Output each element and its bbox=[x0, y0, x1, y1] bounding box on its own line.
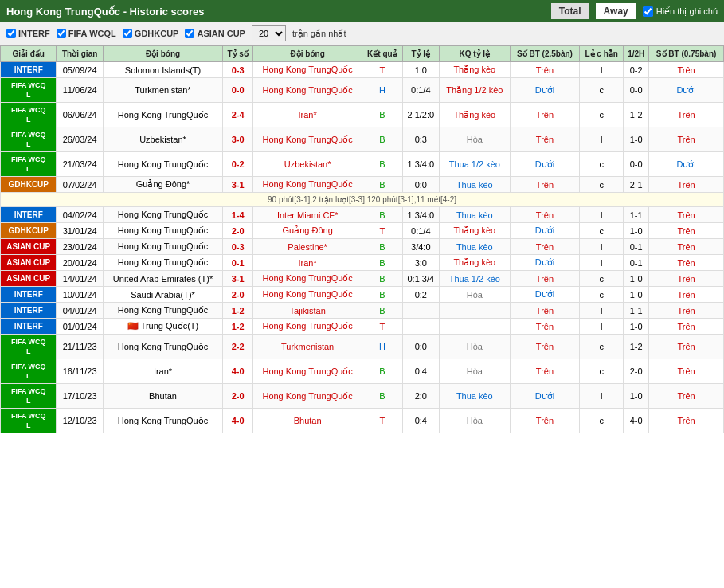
half-cell: 1-2 bbox=[624, 335, 649, 359]
half-cell: 1-0 bbox=[624, 127, 649, 152]
filter-gdhk: GDHKCUP bbox=[123, 29, 179, 38]
tyle-cell bbox=[402, 303, 439, 319]
team2-cell: Hong Kong TrungQuốc bbox=[253, 271, 362, 287]
team1-cell: Hong Kong TrungQuốc bbox=[103, 409, 222, 433]
filter-gdhk-checkbox[interactable] bbox=[123, 29, 132, 38]
filter-asian-label: ASIAN CUP bbox=[197, 29, 245, 38]
team2-cell: Tajikistan bbox=[253, 303, 362, 319]
filter-fifa-checkbox[interactable] bbox=[57, 29, 66, 38]
lec-cell: c bbox=[580, 78, 624, 103]
col-thoi-gian: Thời gian bbox=[57, 46, 103, 62]
result-cell: T bbox=[362, 319, 403, 335]
score-cell: 0-1 bbox=[223, 255, 253, 271]
kqtyle-cell: Thắng kèo bbox=[439, 62, 510, 78]
show-note-checkbox[interactable] bbox=[643, 6, 653, 17]
filter-interf: INTERF bbox=[6, 29, 50, 38]
lec-cell: l bbox=[580, 319, 624, 335]
total-button[interactable]: Total bbox=[551, 3, 589, 19]
sobt075-cell: Trên bbox=[649, 103, 724, 127]
team2-cell: Hong Kong TrungQuốc bbox=[253, 384, 362, 409]
table-row: ASIAN CUP20/01/24Hong Kong TrungQuốc0-1I… bbox=[1, 255, 724, 271]
sobt075-cell: Trên bbox=[649, 223, 724, 239]
result-cell: H bbox=[362, 78, 403, 103]
table-row: FIFA WCQL06/06/24Hong Kong TrungQuốc2-4I… bbox=[1, 103, 724, 127]
kqtyle-cell: Hòa bbox=[439, 127, 510, 152]
col-so-bt-25: Số BT (2.5bàn) bbox=[510, 46, 579, 62]
team2-cell: Iran* bbox=[253, 255, 362, 271]
tyle-cell: 0:2 bbox=[402, 287, 439, 303]
kqtyle-cell: Hòa bbox=[439, 287, 510, 303]
score-cell: 1-2 bbox=[223, 319, 253, 335]
filter-interf-checkbox[interactable] bbox=[6, 29, 16, 38]
team1-cell: Hong Kong TrungQuốc bbox=[103, 152, 222, 177]
team2-cell: Inter Miami CF* bbox=[253, 207, 362, 223]
score-cell: 3-0 bbox=[223, 127, 253, 152]
filter-asian-checkbox[interactable] bbox=[185, 29, 194, 38]
half-cell: 0-0 bbox=[624, 152, 649, 177]
type-cell: ASIAN CUP bbox=[1, 239, 57, 255]
date-cell: 07/02/24 bbox=[57, 177, 103, 193]
page-title: Hong Kong TrungQuốc - Historic scores bbox=[6, 6, 545, 18]
sobt25-cell: Trên bbox=[510, 409, 579, 433]
tyle-cell bbox=[402, 319, 439, 335]
team2-cell: Hong Kong TrungQuốc bbox=[253, 319, 362, 335]
kqtyle-cell: Thắng kèo bbox=[439, 103, 510, 127]
table-row: INTERF04/01/24Hong Kong TrungQuốc1-2Taji… bbox=[1, 303, 724, 319]
table-row: INTERF04/02/24Hong Kong TrungQuốc1-4Inte… bbox=[1, 207, 724, 223]
sobt075-cell: Trên bbox=[649, 271, 724, 287]
score-cell: 2-0 bbox=[223, 287, 253, 303]
tyle-cell: 1:0 bbox=[402, 62, 439, 78]
tyle-cell: 3:0 bbox=[402, 255, 439, 271]
result-cell: B bbox=[362, 359, 403, 384]
lec-cell: l bbox=[580, 255, 624, 271]
result-cell: T bbox=[362, 223, 403, 239]
filter-fifa-label: FIFA WCQL bbox=[68, 29, 116, 38]
lec-cell: c bbox=[580, 359, 624, 384]
date-cell: 26/03/24 bbox=[57, 127, 103, 152]
recent-count-select[interactable]: 20 10 30 50 bbox=[252, 25, 286, 41]
kqtyle-cell: Hòa bbox=[439, 335, 510, 359]
date-cell: 04/02/24 bbox=[57, 207, 103, 223]
team2-cell: Hong Kong TrungQuốc bbox=[253, 359, 362, 384]
sobt25-cell: Trên bbox=[510, 359, 579, 384]
kqtyle-cell: Thua 1/2 kèo bbox=[439, 152, 510, 177]
result-cell: B bbox=[362, 103, 403, 127]
sobt075-cell: Trên bbox=[649, 62, 724, 78]
score-cell: 3-1 bbox=[223, 177, 253, 193]
col-kq-ty-le: KQ tỷ lệ bbox=[439, 46, 510, 62]
result-cell: B bbox=[362, 127, 403, 152]
table-row: INTERF05/09/24Solomon Islands(T)0-3Hong … bbox=[1, 62, 724, 78]
filter-fifa: FIFA WCQL bbox=[57, 29, 116, 38]
sobt25-cell: Dưới bbox=[510, 287, 579, 303]
result-cell: B bbox=[362, 255, 403, 271]
type-cell: FIFA WCQL bbox=[1, 103, 57, 127]
type-cell: ASIAN CUP bbox=[1, 271, 57, 287]
sobt075-cell: Trên bbox=[649, 287, 724, 303]
type-cell: FIFA WCQL bbox=[1, 359, 57, 384]
result-cell: B bbox=[362, 239, 403, 255]
type-cell: FIFA WCQL bbox=[1, 384, 57, 409]
type-cell: INTERF bbox=[1, 303, 57, 319]
score-cell: 2-2 bbox=[223, 335, 253, 359]
table-row: FIFA WCQL21/03/24Hong Kong TrungQuốc0-2U… bbox=[1, 152, 724, 177]
table-row: FIFA WCQL11/06/24Turkmenistan*0-0Hong Ko… bbox=[1, 78, 724, 103]
type-cell: ASIAN CUP bbox=[1, 255, 57, 271]
sobt075-cell: Dưới bbox=[649, 152, 724, 177]
team1-cell: United Arab Emirates (T)* bbox=[103, 271, 222, 287]
away-button[interactable]: Away bbox=[596, 3, 636, 19]
sobt25-cell: Trên bbox=[510, 127, 579, 152]
col-ket-qua: Kết quả bbox=[362, 46, 403, 62]
lec-cell: l bbox=[580, 62, 624, 78]
lec-cell: c bbox=[580, 177, 624, 193]
col-so-bt-075: Số BT (0.75bàn) bbox=[649, 46, 724, 62]
kqtyle-cell: Thua kèo bbox=[439, 384, 510, 409]
sobt25-cell: Dưới bbox=[510, 255, 579, 271]
header-bar: Hong Kong TrungQuốc - Historic scores To… bbox=[0, 0, 724, 22]
filter-bar: INTERF FIFA WCQL GDHKCUP ASIAN CUP 20 10… bbox=[0, 22, 724, 45]
team2-cell: Hong Kong TrungQuốc bbox=[253, 78, 362, 103]
sobt25-cell: Trên bbox=[510, 103, 579, 127]
half-cell: 0-2 bbox=[624, 62, 649, 78]
team2-cell: Hong Kong TrungQuốc bbox=[253, 127, 362, 152]
team1-cell: Hong Kong TrungQuốc bbox=[103, 239, 222, 255]
date-cell: 21/11/23 bbox=[57, 335, 103, 359]
